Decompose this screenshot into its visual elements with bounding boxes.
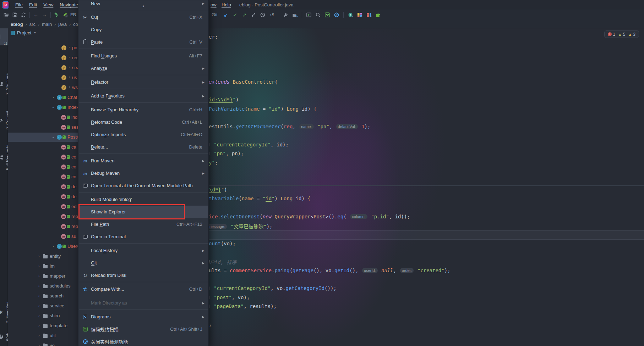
menu-item-debug-maven[interactable]: mDebug Maven▶ xyxy=(79,167,208,179)
tree-row-ind[interactable]: mind xyxy=(8,113,78,122)
tree-row-schedules[interactable]: ›schedules xyxy=(8,281,78,291)
chevron-collapsed-icon[interactable]: › xyxy=(37,264,41,268)
stripe-item--project[interactable]: 1: Project xyxy=(0,28,8,45)
tree-row-template[interactable]: ›template xyxy=(8,321,78,330)
chevron-collapsed-icon[interactable]: › xyxy=(51,244,55,248)
chevron-expanded-icon[interactable]: ⌄ xyxy=(51,105,55,109)
chevron-collapsed-icon[interactable]: › xyxy=(37,304,41,308)
plugin-puzzle-icon-button[interactable] xyxy=(374,11,382,19)
tree-row-sea[interactable]: msea xyxy=(8,123,78,132)
menu-item-find-usages[interactable]: Find UsagesAlt+F7 xyxy=(79,50,208,62)
stripe-item--structure[interactable]: 7: Structure xyxy=(0,71,8,97)
tree-row-de[interactable]: mde xyxy=(8,182,78,191)
tree-row-Index[interactable]: ⌄cIndex xyxy=(8,103,78,112)
run-config-label[interactable]: EB xyxy=(70,12,76,17)
tree-row-co[interactable]: mco xyxy=(8,152,78,162)
build-hammer-icon-button[interactable] xyxy=(53,11,61,19)
git-update-icon-button[interactable]: ↙ xyxy=(222,11,230,19)
disable-inspection-icon-button[interactable] xyxy=(332,11,341,19)
menu-item-delete-[interactable]: Delete...Delete xyxy=(79,141,208,153)
chevron-collapsed-icon[interactable]: › xyxy=(37,294,41,298)
chevron-collapsed-icon[interactable]: › xyxy=(37,324,41,328)
open-folder-icon-button[interactable] xyxy=(2,11,11,19)
code-scan-icon-button[interactable] xyxy=(323,11,332,19)
menu-edit[interactable]: Edit xyxy=(26,2,40,7)
menu-item-open-terminal-at-the-current-maven-module-path[interactable]: Open Terminal at the Current Maven Modul… xyxy=(79,179,208,192)
git-commit-icon-button[interactable]: ✓ xyxy=(231,11,239,19)
menu-item-copy[interactable]: Copy xyxy=(79,23,208,36)
tree-row-util[interactable]: ›util xyxy=(8,331,78,340)
menu-item-build-module-eblog-[interactable]: Build Module 'eblog' xyxy=(79,193,208,206)
chevron-collapsed-icon[interactable]: › xyxy=(37,344,41,346)
project-panel-header[interactable]: Project ▼ xyxy=(11,30,36,35)
stripe-item--favorites[interactable]: ★2: Favorites xyxy=(0,297,8,328)
menu-item-local-history[interactable]: Local History▶ xyxy=(79,244,208,257)
chevron-collapsed-icon[interactable]: › xyxy=(51,95,55,99)
back-icon-button[interactable]: ← xyxy=(32,11,40,19)
tree-row-sea[interactable]: f∘sea xyxy=(8,63,78,72)
menu-item-compare-with-[interactable]: Compare With...Ctrl+D xyxy=(79,283,208,295)
git-cherrypick-icon-button[interactable] xyxy=(249,11,258,19)
run-anything-icon-button[interactable] xyxy=(305,11,313,19)
menu-item-paste[interactable]: PasteCtrl+V xyxy=(79,36,208,48)
git-push-icon-button[interactable]: ↗ xyxy=(240,11,249,19)
menu-navigate[interactable]: Navigate xyxy=(56,2,81,7)
menu-item-关闭实时检测功能[interactable]: 关闭实时检测功能 xyxy=(79,335,208,346)
menu-item-open-in-terminal[interactable]: Open in Terminal xyxy=(79,230,208,243)
menu-item-add-to-favorites[interactable]: Add to Favorites▶ xyxy=(79,90,208,102)
tree-row-entity[interactable]: ›entity xyxy=(8,252,78,261)
tree-row-search[interactable]: ›search xyxy=(8,291,78,301)
stripe-item--commit[interactable]: 0: Commit xyxy=(0,108,8,132)
project-structure-icon-button[interactable] xyxy=(291,11,299,19)
breadcrumb-item-main[interactable]: main xyxy=(42,22,52,27)
tree-row-ed[interactable]: med xyxy=(8,202,78,211)
tree-row-shiro[interactable]: ›shiro xyxy=(8,311,78,320)
history-clock-icon-button[interactable] xyxy=(258,11,267,19)
breadcrumb-item-eblog[interactable]: eblog xyxy=(11,22,23,27)
spring-run-icon-button[interactable] xyxy=(61,11,70,19)
stripe-item-pull-requests[interactable]: Pull Requests xyxy=(0,140,8,175)
tree-row-co[interactable]: mco xyxy=(8,172,78,182)
breadcrumb-item-java[interactable]: java xyxy=(58,22,67,27)
save-icon-button[interactable] xyxy=(11,11,19,19)
menu-help[interactable]: Help xyxy=(218,0,234,10)
db-grid-icon-button[interactable]: ▾ xyxy=(365,11,373,19)
menu-item-browse-type-hierarchy[interactable]: Browse Type HierarchyCtrl+H xyxy=(79,104,208,116)
chevron-collapsed-icon[interactable]: › xyxy=(37,254,41,258)
tree-row-im[interactable]: ›im xyxy=(8,262,78,271)
tree-row-ca[interactable]: mca xyxy=(8,143,78,152)
record-icon-button[interactable]: ▾ xyxy=(346,11,355,19)
chevron-expanded-icon[interactable]: ⌄ xyxy=(51,135,55,139)
search-everywhere-icon-button[interactable] xyxy=(314,11,322,19)
palette-icon-button[interactable]: ▾ xyxy=(355,11,364,19)
menu-file[interactable]: File xyxy=(12,2,26,7)
sync-icon-button[interactable] xyxy=(19,11,28,19)
menu-item-reload-from-disk[interactable]: ↻Reload from Disk xyxy=(79,269,208,281)
tree-row-po[interactable]: f∘po xyxy=(8,43,78,52)
tree-row-service[interactable]: ›service xyxy=(8,301,78,311)
tree-row-us[interactable]: f∘us xyxy=(8,73,78,82)
forward-icon-button[interactable]: → xyxy=(40,11,49,19)
menu-item-show-in-explorer[interactable]: Show in Explorer xyxy=(79,206,208,218)
inspection-widget[interactable]: 1 ▲5 ▲3 xyxy=(604,30,639,38)
tree-row-co[interactable]: mco xyxy=(8,162,78,172)
menu-item-new[interactable]: New▶ xyxy=(79,0,208,10)
menu-item-git[interactable]: Git▶ xyxy=(79,257,208,269)
menu-item-cut[interactable]: ✂CutCtrl+X xyxy=(79,11,208,23)
stripe-item-web[interactable]: Web xyxy=(0,328,8,345)
menu-item-run-maven[interactable]: mRun Maven▶ xyxy=(79,155,208,167)
tree-row-UserC[interactable]: ›cUserC xyxy=(8,242,78,251)
menu-item-编码规约扫描[interactable]: 编码规约扫描Ctrl+Alt+Shift+J xyxy=(79,323,208,335)
menu-item-optimize-imports[interactable]: Optimize ImportsCtrl+Alt+O xyxy=(79,128,208,141)
tree-row-rec[interactable]: f∘rec xyxy=(8,53,78,62)
menu-item-analyze[interactable]: Analyze▶ xyxy=(79,62,208,74)
tree-row-rep[interactable]: mrep xyxy=(8,212,78,221)
menu-item-refactor[interactable]: Refactor▶ xyxy=(79,76,208,88)
tree-row-mapper[interactable]: ›mapper xyxy=(8,272,78,281)
tree-row-vo[interactable]: ›vo xyxy=(8,341,78,346)
chevron-collapsed-icon[interactable]: › xyxy=(37,314,41,318)
menu-item-diagrams[interactable]: Diagrams▶ xyxy=(79,311,208,323)
rollback-icon-button[interactable]: ↺ xyxy=(268,11,276,19)
menu-item-file-path[interactable]: File PathCtrl+Alt+F12 xyxy=(79,218,208,230)
wrench-icon-button[interactable] xyxy=(282,11,290,19)
